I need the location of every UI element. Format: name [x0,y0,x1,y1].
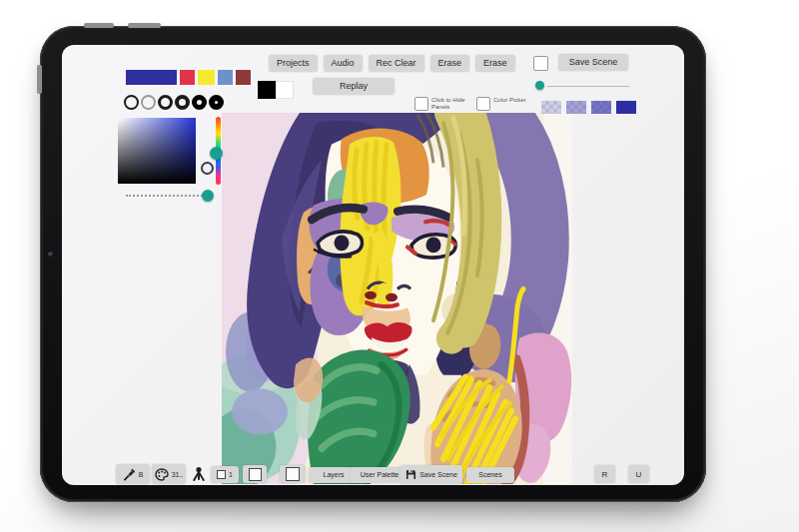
projects-button[interactable]: Projects [269,55,318,72]
save-scene-bottom-label: Save Scene [419,471,457,478]
primary-color-swatch[interactable] [258,81,276,99]
top-toolbar: Projects Audio Rec Clear Erase Erase [269,55,515,72]
square-icon [217,470,226,479]
audio-button[interactable]: Audio [324,55,363,72]
palette-button-label: 31.. [172,471,184,478]
hide-panels-label: Click to Hide Panels [431,97,471,111]
brush-tool-button[interactable]: B [116,464,150,484]
save-icon [405,469,416,480]
brush-icon [123,468,136,481]
picker-cursor[interactable] [201,162,214,175]
photo-backdrop: Projects Audio Rec Clear Erase Erase Rep… [0,0,799,532]
front-camera [48,252,54,258]
color-picker-label: Color Picker [493,97,533,104]
portrait-painting[interactable] [222,113,572,484]
secondary-color-swatch[interactable] [276,81,294,99]
brush-size-6[interactable] [209,95,224,110]
undo-button[interactable]: U [628,465,649,483]
brush-size-5[interactable] [192,95,207,110]
hue-slider-handle[interactable] [210,147,223,160]
recent-colors-strip [126,70,251,85]
brush-size-4[interactable] [175,95,190,110]
shape-count-button[interactable]: 1 [211,466,239,483]
brush-size-2[interactable] [141,95,156,110]
save-scene-button-bottom[interactable]: Save Scene [400,465,462,484]
size-slider[interactable] [126,195,206,197]
frame-tool-button-2[interactable] [280,465,306,483]
tablet-frame: Projects Audio Rec Clear Erase Erase Rep… [40,26,706,502]
opacity-swatch-row [541,101,636,114]
color-picker-checkbox[interactable] [476,97,490,111]
opacity-swatch-2[interactable] [566,101,586,114]
hide-panels-checkbox[interactable] [414,97,428,111]
opacity-swatch-4[interactable] [616,101,636,114]
frame-tool-button[interactable] [243,465,267,483]
brush-button-label: B [139,471,144,478]
shape-count-label: 1 [229,471,233,478]
size-slider-handle[interactable] [202,190,214,202]
brush-size-row [124,95,224,110]
pose-icon [192,466,206,482]
volume-button [128,23,161,28]
replay-button[interactable]: Replay [313,78,395,95]
opacity-slider-handle[interactable] [535,81,544,90]
palette-tool-button[interactable]: 31.. [152,464,186,484]
save-scene-checkbox[interactable] [533,56,548,71]
color-swatch[interactable] [180,70,195,85]
rec-clear-button[interactable]: Rec Clear [369,55,424,72]
side-button [37,65,42,94]
color-swatch[interactable] [126,70,177,85]
pose-tool-button[interactable] [190,464,208,484]
color-swatch[interactable] [218,70,233,85]
scenes-button[interactable]: Scenes [466,467,514,483]
app-screen: Projects Audio Rec Clear Erase Erase Rep… [62,45,684,485]
erase-button-2[interactable]: Erase [475,55,515,72]
opacity-swatch-1[interactable] [541,101,561,114]
color-swatch[interactable] [236,70,251,85]
square-icon [286,467,300,481]
brush-size-1[interactable] [124,95,139,110]
opacity-slider-track[interactable] [547,86,629,87]
square-icon [249,468,262,481]
erase-button[interactable]: Erase [430,55,470,72]
palette-icon [155,468,169,481]
redo-button[interactable]: R [594,465,615,483]
saturation-value-picker[interactable] [118,118,196,184]
brush-size-3[interactable] [158,95,173,110]
opacity-swatch-3[interactable] [591,101,611,114]
color-swatch[interactable] [198,70,215,85]
power-button [84,23,114,28]
drawing-canvas[interactable] [222,113,572,484]
save-scene-button-top[interactable]: Save Scene [558,54,628,71]
